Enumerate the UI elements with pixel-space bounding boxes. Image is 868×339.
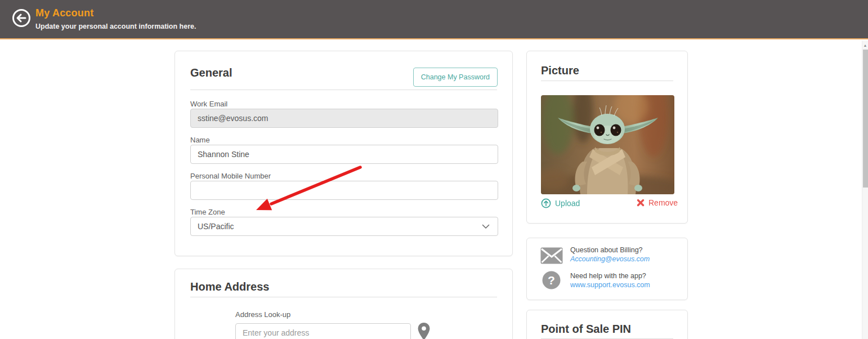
home-address-divider — [190, 297, 497, 297]
mobile-number-input[interactable] — [190, 181, 498, 200]
help-card: Question about Billing? Accounting@evosu… — [526, 238, 688, 300]
svg-text:?: ? — [548, 274, 555, 287]
remove-button[interactable]: Remove — [637, 198, 678, 207]
back-button[interactable] — [11, 8, 32, 28]
picture-card-title: Picture — [541, 64, 579, 77]
upload-button[interactable]: Upload — [541, 198, 580, 208]
support-question-text: Need help with the app? — [570, 272, 646, 280]
question-mark-icon: ? — [542, 271, 561, 289]
home-address-card: Home Address Address Look-up — [175, 269, 513, 339]
picture-divider — [541, 81, 673, 81]
page-header: My Account Update your personal account … — [0, 0, 868, 39]
home-address-card-title: Home Address — [190, 280, 269, 293]
remove-x-icon — [637, 199, 645, 207]
upload-label: Upload — [555, 199, 580, 208]
my-account-page: My Account Update your personal account … — [0, 0, 868, 339]
address-lookup-label: Address Look-up — [235, 310, 290, 319]
back-arrow-circle-icon — [11, 8, 32, 28]
name-input[interactable] — [190, 145, 498, 164]
general-divider — [190, 90, 497, 90]
time-zone-value: US/Pacific — [198, 222, 234, 231]
name-label: Name — [190, 136, 210, 144]
scrollbar[interactable]: ▲ — [862, 41, 868, 339]
change-password-button[interactable]: Change My Password — [413, 68, 498, 87]
page-title: My Account — [35, 7, 93, 19]
billing-email-link[interactable]: Accounting@evosus.com — [570, 255, 650, 263]
remove-label: Remove — [648, 198, 678, 207]
work-email-label: Work Email — [190, 100, 227, 108]
picture-card: Picture — [526, 51, 688, 224]
profile-picture-image — [541, 95, 674, 194]
upload-icon — [541, 198, 551, 208]
address-lookup-input[interactable] — [235, 323, 411, 339]
chevron-down-icon — [482, 224, 490, 229]
scrollbar-up-icon[interactable]: ▲ — [862, 42, 868, 49]
billing-question-text: Question about Billing? — [570, 246, 643, 254]
general-card-title: General — [190, 66, 232, 79]
general-card: General Change My Password Work Email Na… — [175, 51, 513, 256]
location-pin-icon[interactable] — [417, 322, 431, 339]
support-url-link[interactable]: www.support.evosus.com — [570, 281, 650, 289]
time-zone-label: Time Zone — [190, 208, 225, 216]
envelope-icon — [540, 247, 563, 264]
work-email-input — [190, 109, 498, 128]
pos-pin-card: Point of Sale PIN — [526, 310, 688, 339]
scrollbar-thumb[interactable] — [863, 50, 868, 188]
page-subtitle: Update your personal account information… — [35, 23, 196, 30]
time-zone-select[interactable]: US/Pacific — [190, 217, 498, 236]
pos-pin-card-title: Point of Sale PIN — [541, 323, 631, 336]
mobile-number-label: Personal Mobile Number — [190, 172, 271, 180]
